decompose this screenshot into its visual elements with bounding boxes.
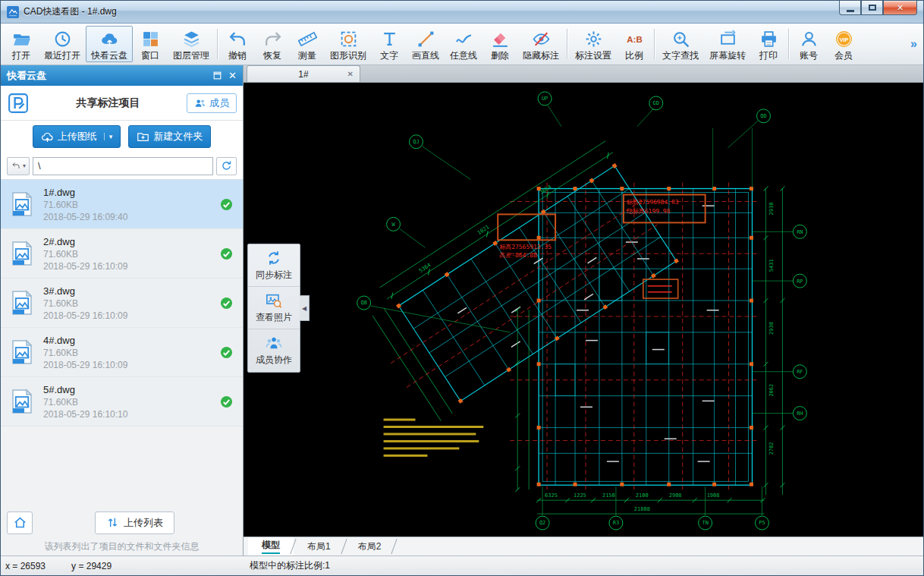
toolbar-cloud-button[interactable]: 快看云盘	[86, 26, 133, 62]
toolbar-label: 图形识别	[330, 51, 366, 60]
titlebar: CAD快速看图 - 1#.dwg ✕	[1, 1, 923, 24]
recent-icon	[53, 29, 72, 49]
synced-check-icon	[219, 395, 234, 409]
svg-text:1225: 1225	[574, 493, 586, 499]
toolbar-shape-button[interactable]: 图形识别	[325, 26, 372, 62]
toolbar-label: 窗口	[141, 51, 159, 60]
account-icon	[800, 29, 819, 49]
float-panel-collapse-button[interactable]: ◀	[300, 295, 310, 321]
rotate-icon	[718, 29, 737, 49]
toolbar-label: 打开	[12, 51, 30, 60]
back-icon	[11, 161, 21, 172]
window-icon	[141, 29, 160, 49]
doc-tab-label: 1#	[298, 69, 308, 80]
toolbar-recent-button[interactable]: 最近打开	[39, 26, 86, 62]
float-sync-button[interactable]: 同步标注	[248, 244, 300, 287]
toolbar-hide-button[interactable]: 隐藏标注	[517, 26, 564, 62]
toolbar-open-button[interactable]: 打开	[4, 26, 39, 62]
cad-drawing[interactable]: 53641021366429385431293820622782RNRPRFRH…	[244, 83, 923, 537]
refresh-button[interactable]	[216, 157, 237, 175]
layout-tab-layout2[interactable]: 布局2	[344, 537, 395, 556]
collab-icon	[266, 335, 282, 351]
toolbar-text-button[interactable]: 文字	[372, 26, 407, 62]
cloud-panel-title: 快看云盘	[7, 69, 46, 83]
file-item[interactable]: 1#.dwg71.60KB2018-05-29 16:09:40	[1, 180, 243, 229]
hide-icon	[532, 29, 551, 49]
svg-text:5364: 5364	[418, 262, 432, 274]
toolbar-erase-button[interactable]: 删除	[482, 26, 517, 62]
statusbar: x = 26593 y = 29429 模型中的标注比例:1	[1, 556, 923, 575]
new-folder-icon	[137, 131, 149, 143]
toolbar-print-button[interactable]: 打印	[751, 26, 786, 62]
toolbar-annset-button[interactable]: 标注设置	[570, 26, 617, 62]
svg-text:2938: 2938	[768, 322, 775, 335]
cloud-panel: 快看云盘 ✕ 共享标注项目 成员 上传图纸 ▾	[1, 65, 244, 556]
members-button[interactable]: 成员	[187, 93, 237, 113]
toolbar-label: 删除	[491, 51, 509, 60]
freeline-icon	[454, 29, 473, 49]
svg-text:21808: 21808	[634, 506, 650, 512]
file-name: 4#.dwg	[43, 335, 219, 346]
svg-text:2908: 2908	[669, 493, 682, 499]
file-item[interactable]: 3#.dwg71.60KB2018-05-29 16:10:09	[1, 279, 243, 328]
toolbar-measure-button[interactable]: 测量	[290, 26, 325, 62]
maximize-button[interactable]	[861, 1, 883, 15]
new-folder-button[interactable]: 新建文件夹	[128, 125, 211, 148]
toolbar-label: 账号	[800, 51, 818, 60]
minimize-button[interactable]	[839, 1, 861, 15]
home-button[interactable]	[7, 511, 33, 534]
close-icon: ✕	[897, 3, 904, 13]
svg-text:R3: R3	[613, 520, 619, 526]
upload-drawing-button[interactable]: 上传图纸 ▾	[33, 125, 121, 148]
photo-icon	[266, 292, 282, 309]
file-item[interactable]: 2#.dwg71.60KB2018-05-29 16:10:09	[1, 229, 243, 279]
toolbar-layers-button[interactable]: 图层管理	[168, 26, 215, 62]
toolbar-more-button[interactable]: »	[907, 37, 920, 51]
toolbar-undo-button[interactable]: 撤销	[220, 26, 255, 62]
svg-text:UP: UP	[542, 96, 548, 102]
toolbar-window-button[interactable]: 窗口	[133, 26, 168, 62]
float-collab-button[interactable]: 成员协作	[248, 329, 300, 372]
svg-text:TN: TN	[702, 520, 708, 526]
layout-tabbar: 模型布局1布局2	[244, 537, 923, 556]
toolbar-scale-button[interactable]: A:B比例	[617, 26, 652, 62]
synced-check-icon	[219, 247, 234, 261]
toolbar-account-button[interactable]: 账号	[791, 26, 826, 62]
svg-text:2938: 2938	[768, 203, 775, 216]
svg-text:2150: 2150	[602, 493, 615, 499]
cloud-panel-header: 快看云盘 ✕	[1, 65, 243, 86]
panel-close-button[interactable]: ✕	[228, 71, 237, 80]
toolbar-rotate-button[interactable]: 屏幕旋转	[704, 26, 751, 62]
layout-tab-model[interactable]: 模型	[248, 537, 294, 556]
toolbar-redo-button[interactable]: 恢复	[255, 26, 290, 62]
annset-icon	[584, 29, 603, 49]
back-button[interactable]: ▾	[7, 157, 30, 175]
upload-dropdown-caret[interactable]: ▾	[104, 133, 113, 140]
svg-text:RN: RN	[797, 229, 803, 235]
path-input[interactable]	[33, 157, 213, 175]
cloud-icon	[100, 29, 119, 49]
file-date: 2018-05-29 16:10:09	[43, 310, 219, 321]
toolbar-search-button[interactable]: 文字查找	[657, 26, 704, 62]
dwg-file-icon	[8, 289, 36, 316]
close-button[interactable]: ✕	[883, 1, 917, 15]
toolbar-freeline-button[interactable]: 任意线	[445, 26, 482, 62]
file-date: 2018-05-29 16:10:10	[43, 409, 219, 420]
file-item[interactable]: 4#.dwg71.60KB2018-05-29 16:10:09	[1, 328, 243, 377]
toolbar-line-button[interactable]: 画直线	[407, 26, 445, 62]
drawing-canvas[interactable]: 53641021366429385431293820622782RNRPRFRH…	[244, 83, 923, 537]
toolbar-vip-button[interactable]: VIP会员	[826, 26, 861, 62]
sidebar-actions: 上传图纸 ▾ 新建文件夹	[1, 121, 243, 153]
annotation-scale: 模型中的标注比例:1	[240, 559, 330, 572]
toolbar-separator	[567, 29, 567, 59]
float-photo-button[interactable]: 查看照片	[248, 287, 300, 329]
toolbar-label: 测量	[298, 51, 316, 60]
cursor-x: x = 26593	[5, 561, 46, 571]
upload-list-button[interactable]: 上传列表	[95, 511, 174, 534]
doc-tab-close-icon[interactable]: ✕	[347, 70, 354, 78]
panel-float-button[interactable]	[212, 71, 222, 80]
sidebar-bottom: 上传列表	[1, 506, 243, 539]
file-item[interactable]: 5#.dwg71.60KB2018-05-29 16:10:10	[1, 377, 243, 426]
layout-tab-layout1[interactable]: 布局1	[294, 537, 344, 556]
doc-tab-1[interactable]: 1# ✕	[247, 65, 360, 82]
